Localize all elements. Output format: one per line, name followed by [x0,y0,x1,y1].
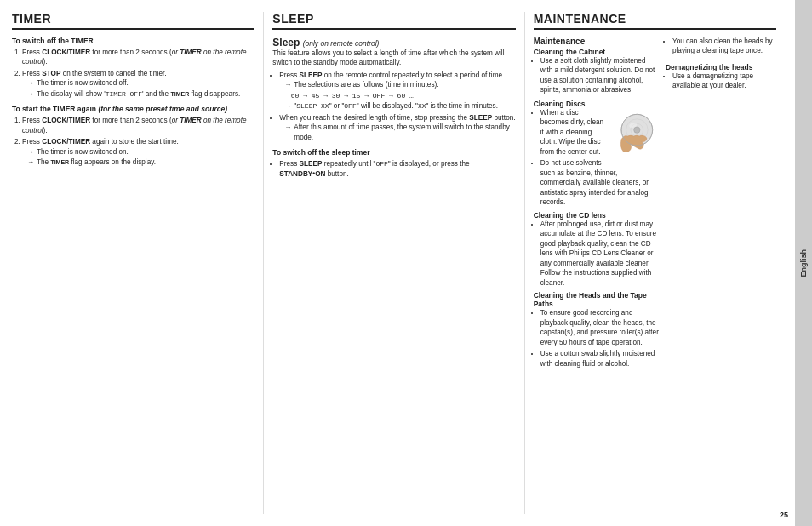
demagnetizing-heading: Demagnetizing the heads [666,63,776,71]
cd-image [612,108,659,155]
list-item: When you reach the desired length of tim… [279,113,515,142]
list-item: To ensure good recording and playback qu… [540,308,659,347]
timer-switch-off-list: Press CLOCK/TIMER for more than 2 second… [22,48,254,99]
list-item: Use a cotton swab slightly moistened wit… [540,349,659,369]
arrow-item: → "SLEEP XX" or "OFF" will be displayed.… [284,101,515,111]
demagnetizing-list: Use a demagnetizing tape available at yo… [672,71,776,91]
maintenance-right: You can also clean the heads by playing … [666,37,776,514]
arrow-icon: → [27,89,34,99]
maintenance-title: Maintenance [534,37,659,46]
arrow-icon: → [27,78,34,88]
cd-image-container [612,108,659,157]
sleep-switch-off-list: Press SLEEP repeatedly until "OFF" is di… [279,159,515,179]
maintenance-left: Maintenance Cleaning the Cabinet Use a s… [534,37,666,514]
cleaning-heads-list: To ensure good recording and playback qu… [540,308,659,369]
arrow-text: The selections are as follows (time in m… [294,80,438,89]
arrow-item: → The selections are as follows (time in… [284,80,515,89]
arrow-icon [284,91,288,100]
timer-header: TIMER [12,12,254,30]
arrow-item: → The display will show 'TIMER OFF' and … [27,89,254,99]
list-item: Press SLEEP on the remote control repeat… [279,71,515,111]
maintenance-column: MAINTENANCE Maintenance Cleaning the Cab… [525,12,785,514]
cleaning-discs-block: When a disc becomes dirty, clean it with… [534,108,659,208]
arrow-text: The timer is now switched off. [37,78,129,88]
arrow-icon: → [284,123,291,132]
arrow-icon: → [284,80,291,89]
sleep-intro: This feature allows you to select a leng… [272,49,515,68]
arrow-icon: → [284,101,291,111]
maintenance-header: MAINTENANCE [534,12,776,30]
arrow-item: → After this amount of time passes, the … [284,123,515,142]
list-item: Press CLOCK/TIMER for more than 2 second… [22,48,254,67]
sleep-switch-off-heading: To switch off the sleep timer [272,148,515,157]
arrow-text: After this amount of time passes, the sy… [294,123,515,142]
list-item: Use a soft cloth slightly moistened with… [540,56,659,95]
svg-point-1 [634,127,640,133]
timer-start-heading: To start the TIMER again (for the same p… [12,105,254,113]
page: English TIMER To switch off the TIMER Pr… [0,0,812,526]
list-item: Do not use solvents such as benzine, thi… [540,158,659,207]
arrow-text: "SLEEP XX" or "OFF" will be displayed. "… [294,101,498,111]
list-item: Press CLOCK/TIMER again to store the sta… [22,137,254,167]
list-item: Press STOP on the system to cancel the t… [22,69,254,99]
cleaning-cabinet-list: Use a soft cloth slightly moistened with… [540,56,659,95]
maintenance-right-list: You can also clean the heads by playing … [672,37,776,56]
cleaning-discs-heading: Cleaning Discs [534,100,659,108]
arrow-text: The timer flag appears on the display. [37,157,156,167]
list-item: Press SLEEP repeatedly until "OFF" is di… [279,159,515,179]
cleaning-cabinet-heading: Cleaning the Cabinet [534,48,659,56]
arrow-item: 60 → 45 → 30 → 15 → OFF → 60 … [284,91,515,100]
timer-column: TIMER To switch off the TIMER Press CLOC… [12,12,264,514]
arrow-icon: → [27,147,34,157]
cleaning-heads-heading: Cleaning the Heads and the Tape Paths [534,291,659,308]
sleep-title: Sleep [272,37,302,49]
list-item: Use a demagnetizing tape available at yo… [672,71,776,91]
arrow-icon: → [27,157,34,167]
arrow-text: The display will show 'TIMER OFF' and th… [37,89,240,99]
list-item: After prolonged use, dirt or dust may ac… [540,220,659,288]
page-number: 25 [780,511,788,519]
sleep-title-block: Sleep (only on remote control) [272,37,515,49]
arrow-item: → The timer is now switched on. [27,147,254,157]
english-side-tab: English [795,0,812,526]
timer-start-list: Press CLOCK/TIMER for more than 2 second… [22,116,254,167]
side-tab-label: English [799,249,808,277]
arrow-item: → The timer is now switched off. [27,78,254,88]
sleep-column: SLEEP Sleep (only on remote control) Thi… [264,12,524,514]
timer-switch-off-heading: To switch off the TIMER [12,37,254,45]
cleaning-cd-lens-heading: Cleaning the CD lens [534,211,659,220]
arrow-text: The timer is now switched on. [37,147,129,157]
main-content: TIMER To switch off the TIMER Press CLOC… [0,0,795,526]
cleaning-cd-lens-list: After prolonged use, dirt or dust may ac… [540,220,659,288]
maintenance-body: Maintenance Cleaning the Cabinet Use a s… [534,37,776,514]
arrow-text: 60 → 45 → 30 → 15 → OFF → 60 … [291,91,414,100]
list-item: You can also clean the heads by playing … [672,37,776,56]
list-item: Press CLOCK/TIMER for more than 2 second… [22,116,254,135]
sleep-header: SLEEP [272,12,515,30]
sleep-bullets: Press SLEEP on the remote control repeat… [279,71,515,142]
sleep-subtitle: (only on remote control) [303,39,380,48]
arrow-item: → The timer flag appears on the display. [27,157,254,167]
